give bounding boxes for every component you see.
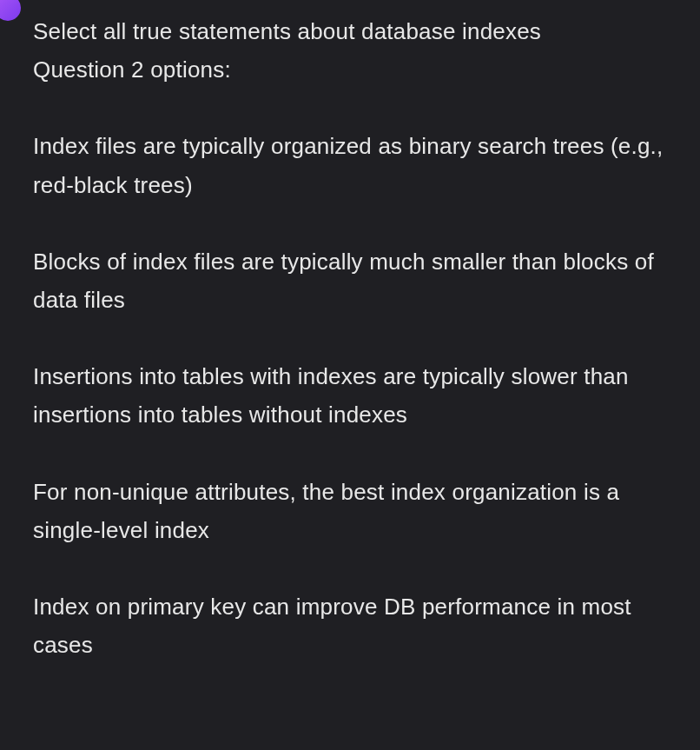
avatar [0,0,21,21]
question-prompt: Select all true statements about databas… [33,12,667,50]
option-4: For non-unique attributes, the best inde… [33,473,667,549]
option-5: Index on primary key can improve DB perf… [33,587,667,664]
question-header: Select all true statements about databas… [33,12,667,89]
option-1: Index files are typically organized as b… [33,127,667,203]
question-content: Select all true statements about databas… [33,12,667,664]
question-label: Question 2 options: [33,50,667,89]
option-2: Blocks of index files are typically much… [33,242,667,319]
option-3: Insertions into tables with indexes are … [33,357,667,434]
